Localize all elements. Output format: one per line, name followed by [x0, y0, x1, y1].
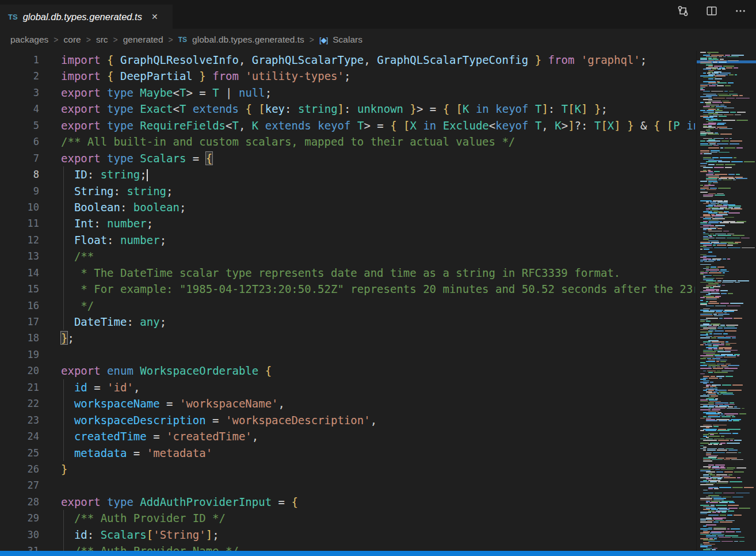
code-line[interactable]: 17 DateTime: any; — [0, 314, 695, 330]
code-line[interactable]: 14 * The DateTime scalar type represents… — [0, 265, 695, 281]
indent-guide — [63, 428, 64, 444]
code-line[interactable]: 21 id = 'id', — [0, 379, 695, 395]
line-number: 11 — [0, 215, 39, 231]
line-number: 6 — [0, 134, 39, 150]
breadcrumb-item-scalars[interactable]: Scalars — [333, 35, 362, 45]
code-text: id = 'id', — [39, 379, 140, 395]
code-line[interactable]: 7export type Scalars = { — [0, 150, 695, 166]
line-number: 24 — [0, 428, 39, 444]
code-text: export type Exact<T extends { [key: stri… — [39, 101, 608, 117]
code-line[interactable]: 11 Int: number; — [0, 215, 695, 231]
code-text: /** Auth Provider ID */ — [39, 510, 226, 526]
indent-guide — [63, 527, 64, 543]
bottom-blue-bar — [0, 551, 756, 556]
line-number: 5 — [0, 117, 39, 134]
chevron-right-icon: > — [113, 35, 118, 44]
code-line[interactable]: 12 Float: number; — [0, 232, 695, 248]
code-text: String: string; — [39, 183, 173, 199]
indent-guide — [63, 314, 64, 330]
minimap[interactable] — [696, 51, 756, 556]
indent-guide — [63, 445, 64, 461]
code-text: id: Scalars['String']; — [39, 527, 219, 543]
code-line[interactable]: 27 — [0, 477, 695, 493]
breadcrumb-item-src[interactable]: src — [96, 35, 108, 45]
code-line[interactable]: 9 String: string; — [0, 183, 695, 199]
line-number: 17 — [0, 314, 39, 330]
code-line[interactable]: 29 /** Auth Provider ID */ — [0, 510, 695, 526]
line-number: 26 — [0, 461, 39, 477]
code-text: import { GraphQLResolveInfo, GraphQLScal… — [39, 52, 647, 68]
chevron-right-icon: > — [86, 35, 91, 44]
code-line[interactable]: 3export type Maybe<T> = T | null; — [0, 85, 695, 101]
minimap-content — [700, 52, 755, 550]
code-text: metadata = 'metadata' — [39, 445, 212, 461]
code-text: Float: number; — [39, 232, 166, 248]
code-line[interactable]: 1import { GraphQLResolveInfo, GraphQLSca… — [0, 52, 695, 68]
close-icon[interactable]: ✕ — [151, 13, 158, 21]
code-line[interactable]: 5export type RequireFields<T, K extends … — [0, 117, 695, 134]
breadcrumb: packages > core > src > generated > TS g… — [0, 29, 756, 51]
typescript-file-icon: TS — [8, 13, 18, 21]
breadcrumb-item-generated[interactable]: generated — [123, 35, 163, 45]
indent-guide — [63, 166, 64, 182]
code-line[interactable]: 2import { DeepPartial } from 'utility-ty… — [0, 68, 695, 84]
code-line[interactable]: 8 ID: string; — [0, 166, 695, 182]
code-line[interactable]: 25 metadata = 'metadata' — [0, 445, 695, 461]
breadcrumb-item-core[interactable]: core — [64, 35, 81, 45]
editor-actions — [677, 0, 756, 29]
line-number: 18 — [0, 330, 39, 346]
code-line[interactable]: 18}; — [0, 330, 695, 346]
editor[interactable]: 1import { GraphQLResolveInfo, GraphQLSca… — [0, 51, 756, 556]
line-number: 21 — [0, 379, 39, 395]
line-number: 22 — [0, 395, 39, 412]
code-line[interactable]: 22 workspaceName = 'workspaceName', — [0, 395, 695, 412]
symbol-type-icon: [◆] — [319, 36, 327, 44]
code-line[interactable]: 16 */ — [0, 298, 695, 314]
code-text: */ — [39, 298, 94, 314]
line-number: 23 — [0, 412, 39, 428]
code-lines[interactable]: 1import { GraphQLResolveInfo, GraphQLSca… — [0, 52, 695, 556]
indent-guide — [63, 379, 64, 395]
line-number: 4 — [0, 101, 39, 117]
typescript-file-icon: TS — [178, 36, 187, 44]
indent-guide — [63, 412, 64, 428]
code-text: } — [39, 461, 67, 477]
breadcrumb-item-filename[interactable]: global.db.types.generated.ts — [192, 35, 304, 45]
breadcrumb-item-packages[interactable]: packages — [10, 35, 48, 45]
code-line[interactable]: 24 createdTime = 'createdTime', — [0, 428, 695, 444]
code-line[interactable]: 26} — [0, 461, 695, 477]
code-line[interactable]: 23 workspaceDescription = 'workspaceDesc… — [0, 412, 695, 428]
code-line[interactable]: 15 * For example: "1985-04-12T23:20:50.5… — [0, 281, 695, 297]
code-line[interactable]: 13 /** — [0, 248, 695, 264]
split-editor-icon[interactable] — [705, 5, 718, 17]
line-number: 10 — [0, 199, 39, 215]
code-text: ID: string; — [39, 166, 148, 182]
indent-guide — [63, 215, 64, 231]
code-line[interactable]: 20export enum WorkspaceOrderable { — [0, 363, 695, 379]
code-line[interactable]: 30 id: Scalars['String']; — [0, 527, 695, 543]
indent-guide — [63, 395, 64, 412]
code-line[interactable]: 19 — [0, 346, 695, 363]
code-line[interactable]: 4export type Exact<T extends { [key: str… — [0, 101, 695, 117]
code-text: createdTime = 'createdTime', — [39, 428, 258, 444]
code-line[interactable]: 28export type AddAuthProviderInput = { — [0, 494, 695, 510]
code-text: /** — [39, 248, 94, 264]
line-number: 25 — [0, 445, 39, 461]
code-text: * The DateTime scalar type represents da… — [39, 265, 620, 281]
more-actions-icon[interactable] — [734, 5, 747, 17]
text-cursor — [147, 169, 148, 181]
code-line[interactable]: 10 Boolean: boolean; — [0, 199, 695, 215]
code-text — [39, 346, 61, 363]
code-text: export type RequireFields<T, K extends k… — [39, 117, 695, 134]
chevron-right-icon: > — [54, 35, 58, 44]
editor-tab[interactable]: TS global.db.types.generated.ts ✕ — [0, 5, 173, 29]
indent-guide — [63, 510, 64, 526]
code-text: import { DeepPartial } from 'utility-typ… — [39, 68, 350, 84]
code-text: export enum WorkspaceOrderable { — [39, 363, 272, 379]
line-number: 27 — [0, 477, 39, 493]
open-changes-icon[interactable] — [677, 5, 689, 17]
line-number: 9 — [0, 183, 39, 199]
code-line[interactable]: 6/** All built-in and custom scalars, ma… — [0, 134, 695, 150]
indent-guide — [63, 265, 64, 281]
indent-guide — [63, 232, 64, 248]
